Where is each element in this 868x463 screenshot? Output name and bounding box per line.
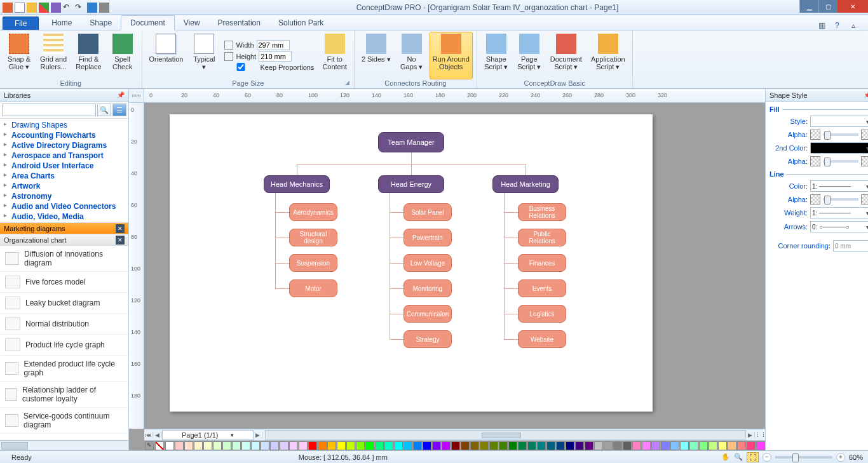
pin-icon[interactable]: 📌: [117, 91, 125, 98]
color-swatch[interactable]: [508, 441, 517, 450]
help-icon[interactable]: [51, 3, 61, 13]
color-swatch[interactable]: [661, 441, 670, 450]
tab-document[interactable]: Document: [121, 15, 175, 30]
weight-select[interactable]: 1: ───────: [810, 207, 868, 218]
tab-solution-park[interactable]: Solution Park: [269, 16, 332, 30]
arrows-select[interactable]: 0: ○─────○: [810, 221, 868, 232]
tab-presentation[interactable]: Presentation: [209, 16, 269, 30]
color-swatch[interactable]: [575, 441, 584, 450]
search-button[interactable]: 🔍: [97, 104, 111, 116]
width-input[interactable]: [257, 40, 290, 50]
org-leaf[interactable]: Business Relations: [518, 203, 566, 221]
color-swatch[interactable]: [403, 441, 412, 450]
org-leaf[interactable]: Finances: [518, 254, 566, 272]
color-swatch[interactable]: [213, 441, 222, 450]
fit-content-button[interactable]: Fit toContent: [319, 32, 350, 79]
first-page-button[interactable]: ⏮: [144, 432, 153, 438]
no-fill-icon[interactable]: [155, 441, 164, 450]
tree-item[interactable]: Astronomy: [0, 191, 128, 201]
eyedropper-icon[interactable]: ✎: [145, 441, 154, 450]
pin-icon[interactable]: 📌: [864, 91, 868, 98]
page[interactable]: Team Manager Head Mechanics Head Energy …: [170, 114, 653, 412]
color-swatch[interactable]: [413, 441, 422, 450]
help-icon[interactable]: ?: [835, 21, 844, 30]
fill-alpha-slider[interactable]: [823, 133, 858, 136]
maximize-button[interactable]: ▢: [818, 0, 837, 13]
tab-view[interactable]: View: [175, 16, 209, 30]
color-swatch[interactable]: [604, 441, 613, 450]
stencil-item[interactable]: Five forces model: [0, 272, 128, 293]
color-swatch[interactable]: [718, 441, 727, 450]
color-swatch[interactable]: [365, 441, 374, 450]
print-icon[interactable]: [99, 3, 109, 13]
color-swatch[interactable]: [423, 441, 431, 450]
open-icon[interactable]: [27, 3, 37, 13]
org-leaf[interactable]: Public Relations: [518, 229, 566, 246]
resize-grip-icon[interactable]: ⋮⋮: [755, 432, 765, 438]
pan-tool-icon[interactable]: ✋: [721, 453, 730, 461]
no-gaps-button[interactable]: NoGaps ▾: [397, 32, 427, 79]
color-swatch[interactable]: [518, 441, 527, 450]
minimize-button[interactable]: ▁: [799, 0, 818, 13]
line-alpha-slider[interactable]: [823, 198, 858, 201]
org-leaf[interactable]: Powertrain: [403, 229, 452, 246]
tree-item[interactable]: Audio, Video, Media: [0, 211, 128, 222]
color-swatch[interactable]: [537, 441, 546, 450]
fill-alpha2-slider[interactable]: [823, 160, 858, 163]
color-swatch[interactable]: [375, 441, 384, 450]
grid-rulers-button[interactable]: Grid andRulers...: [37, 32, 70, 79]
color-swatch[interactable]: [442, 441, 451, 450]
panel-toggle-icon[interactable]: ▥: [818, 21, 827, 30]
second-color-select[interactable]: [810, 142, 868, 154]
org-leaf[interactable]: Structural design: [289, 229, 337, 246]
stencil-orgchart[interactable]: Organizational chart ✕: [0, 234, 128, 246]
org-head-2[interactable]: Head Energy: [378, 175, 444, 193]
next-page-button[interactable]: ▶: [254, 432, 262, 438]
height-input[interactable]: [259, 51, 292, 62]
org-leaf[interactable]: Events: [518, 279, 566, 297]
tree-item[interactable]: Active Directory Diagrams: [0, 140, 128, 151]
color-swatch[interactable]: [566, 441, 574, 450]
stencil-item[interactable]: Service-goods continuum diagram: [0, 408, 128, 434]
color-swatch[interactable]: [346, 441, 355, 450]
save-icon[interactable]: [87, 3, 97, 13]
color-swatch[interactable]: [308, 441, 317, 450]
tab-shape[interactable]: Shape: [81, 16, 121, 30]
color-swatch[interactable]: [480, 441, 489, 450]
typical-button[interactable]: Typical▾: [189, 32, 219, 79]
close-icon[interactable]: ✕: [116, 224, 125, 233]
color-swatch[interactable]: [642, 441, 651, 450]
libraries-tree[interactable]: Drawing ShapesAccounting FlowchartsActiv…: [0, 119, 128, 223]
color-swatch[interactable]: [728, 441, 736, 450]
keep-proportions-checkbox[interactable]: [224, 63, 257, 71]
close-button[interactable]: ✕: [837, 0, 868, 13]
line-color-select[interactable]: 1: ───────: [810, 180, 868, 192]
color-swatch[interactable]: [384, 441, 393, 450]
color-swatch[interactable]: [756, 441, 765, 450]
org-leaf[interactable]: Communicaion: [403, 305, 452, 323]
org-leaf[interactable]: Suspension: [289, 254, 337, 272]
color-swatch[interactable]: [747, 441, 756, 450]
shape-script-button[interactable]: ShapeScript ▾: [481, 32, 512, 79]
stencil-item[interactable]: Relationship ladder of customer loyalty: [0, 382, 128, 408]
stencil-marketing[interactable]: Marketing diagrams ✕: [0, 223, 128, 234]
color-swatch[interactable]: [337, 441, 346, 450]
snap-glue-button[interactable]: Snap &Glue ▾: [4, 32, 34, 79]
canvas-hscroll[interactable]: [265, 430, 746, 440]
color-swatch[interactable]: [594, 441, 603, 450]
close-icon[interactable]: ✕: [116, 236, 125, 245]
tree-item[interactable]: Audio and Video Connectors: [0, 201, 128, 211]
color-swatch[interactable]: [737, 441, 746, 450]
org-leaf[interactable]: Website: [518, 330, 566, 348]
color-swatch[interactable]: [261, 441, 269, 450]
tree-item[interactable]: Android User Interface: [0, 161, 128, 171]
color-swatch[interactable]: [527, 441, 536, 450]
stencil-item[interactable]: Leaky bucket diagram: [0, 293, 128, 314]
color-swatch[interactable]: [232, 441, 241, 450]
color-swatch[interactable]: [689, 441, 698, 450]
prev-page-button[interactable]: ◀: [153, 432, 162, 438]
color-swatch[interactable]: [280, 441, 288, 450]
color-swatch[interactable]: [632, 441, 641, 450]
color-swatch[interactable]: [651, 441, 660, 450]
color-swatch[interactable]: [165, 441, 174, 450]
